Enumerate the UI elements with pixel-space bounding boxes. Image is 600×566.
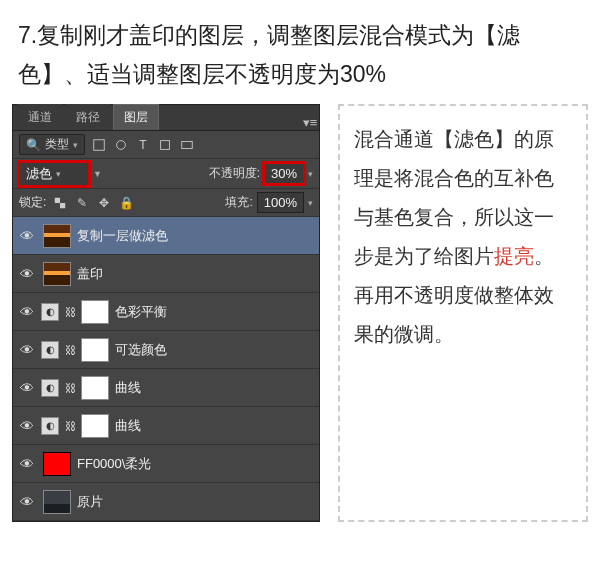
visibility-eye-icon[interactable]: 👁 bbox=[17, 494, 37, 510]
layer-row[interactable]: 👁 ◐ ⛓ 曲线 bbox=[13, 407, 319, 445]
adjustment-icon: ◐ bbox=[41, 341, 59, 359]
layer-name: 盖印 bbox=[77, 265, 103, 283]
step-title: 7.复制刚才盖印的图层，调整图层混合模式为【滤色】、适当调整图层不透明度为30% bbox=[18, 16, 582, 94]
lock-transparency-icon[interactable] bbox=[52, 195, 68, 211]
visibility-eye-icon[interactable]: 👁 bbox=[17, 304, 37, 320]
filter-smart-icon[interactable] bbox=[179, 137, 195, 153]
mask-thumbnail bbox=[81, 338, 109, 362]
link-mask-icon: ⛓ bbox=[63, 306, 77, 318]
filter-kind-label: 类型 bbox=[45, 136, 69, 153]
filter-kind-select[interactable]: 🔍 类型 ▾ bbox=[19, 134, 85, 155]
panel-tabs: 通道 路径 图层 ▾≡ bbox=[13, 105, 319, 131]
explain-highlight: 提亮 bbox=[494, 245, 534, 267]
layer-row[interactable]: 👁 原片 bbox=[13, 483, 319, 521]
panel-menu-icon[interactable]: ▾≡ bbox=[301, 115, 319, 130]
layer-thumbnail bbox=[43, 490, 71, 514]
chevron-down-icon: ▾ bbox=[308, 169, 313, 179]
adjustment-icon: ◐ bbox=[41, 417, 59, 435]
layer-thumbnail bbox=[43, 262, 71, 286]
svg-point-1 bbox=[117, 140, 126, 149]
link-mask-icon: ⛓ bbox=[63, 420, 77, 432]
blend-row: 滤色 ▾ ▼ 不透明度: 30% ▾ bbox=[13, 159, 319, 189]
visibility-eye-icon[interactable]: 👁 bbox=[17, 266, 37, 282]
lock-row: 锁定: ✎ ✥ 🔒 填充: 100% ▾ bbox=[13, 189, 319, 217]
layers-panel: 通道 路径 图层 ▾≡ 🔍 类型 ▾ T 滤色 ▾ ▼ 不透明 bbox=[12, 104, 320, 522]
lock-label: 锁定: bbox=[19, 194, 46, 211]
layer-filter-row: 🔍 类型 ▾ T bbox=[13, 131, 319, 159]
visibility-eye-icon[interactable]: 👁 bbox=[17, 418, 37, 434]
visibility-eye-icon[interactable]: 👁 bbox=[17, 228, 37, 244]
opacity-value-input[interactable]: 30% bbox=[264, 163, 304, 184]
visibility-eye-icon[interactable]: 👁 bbox=[17, 456, 37, 472]
layer-row[interactable]: 👁 盖印 bbox=[13, 255, 319, 293]
adjustment-icon: ◐ bbox=[41, 303, 59, 321]
blend-mode-value: 滤色 bbox=[26, 165, 52, 183]
layer-row[interactable]: 👁 ◐ ⛓ 色彩平衡 bbox=[13, 293, 319, 331]
layer-thumbnail bbox=[43, 452, 71, 476]
filter-shape-icon[interactable] bbox=[157, 137, 173, 153]
explanation-box: 混合通道【滤色】的原理是将混合色的互补色与基色复合，所以这一步是为了给图片提亮。… bbox=[338, 104, 588, 522]
visibility-eye-icon[interactable]: 👁 bbox=[17, 342, 37, 358]
mask-thumbnail bbox=[81, 376, 109, 400]
layer-name: 复制一层做滤色 bbox=[77, 227, 168, 245]
fill-value: 100% bbox=[264, 195, 297, 210]
mask-thumbnail bbox=[81, 300, 109, 324]
layer-row[interactable]: 👁 复制一层做滤色 bbox=[13, 217, 319, 255]
lock-pixels-icon[interactable]: ✎ bbox=[74, 195, 90, 211]
layer-name: 原片 bbox=[77, 493, 103, 511]
layer-row[interactable]: 👁 FF0000\柔光 bbox=[13, 445, 319, 483]
chevron-down-icon: ▾ bbox=[56, 169, 61, 179]
layer-name: 可选颜色 bbox=[115, 341, 167, 359]
tab-layers[interactable]: 图层 bbox=[113, 104, 159, 130]
link-mask-icon: ⛓ bbox=[63, 344, 77, 356]
layer-row[interactable]: 👁 ◐ ⛓ 曲线 bbox=[13, 369, 319, 407]
mask-thumbnail bbox=[81, 414, 109, 438]
explanation-text: 混合通道【滤色】的原理是将混合色的互补色与基色复合，所以这一步是为了给图片提亮。… bbox=[354, 120, 572, 354]
chevron-down-icon: ▼ bbox=[93, 169, 102, 179]
svg-rect-5 bbox=[60, 203, 65, 208]
lock-position-icon[interactable]: ✥ bbox=[96, 195, 112, 211]
fill-value-input[interactable]: 100% bbox=[257, 192, 304, 213]
blend-mode-select[interactable]: 滤色 ▾ bbox=[19, 162, 89, 186]
layer-name: FF0000\柔光 bbox=[77, 455, 151, 473]
svg-rect-3 bbox=[182, 141, 193, 148]
filter-pixel-icon[interactable] bbox=[91, 137, 107, 153]
svg-rect-0 bbox=[94, 139, 105, 150]
opacity-value: 30% bbox=[271, 166, 297, 181]
filter-type-icon[interactable]: T bbox=[135, 137, 151, 153]
layer-name: 色彩平衡 bbox=[115, 303, 167, 321]
lock-all-icon[interactable]: 🔒 bbox=[118, 195, 134, 211]
layer-thumbnail bbox=[43, 224, 71, 248]
opacity-label: 不透明度: bbox=[209, 165, 260, 182]
filter-adjust-icon[interactable] bbox=[113, 137, 129, 153]
svg-rect-4 bbox=[55, 197, 60, 202]
layer-row[interactable]: 👁 ◐ ⛓ 可选颜色 bbox=[13, 331, 319, 369]
tab-paths[interactable]: 路径 bbox=[65, 104, 111, 130]
layer-name: 曲线 bbox=[115, 417, 141, 435]
svg-rect-2 bbox=[161, 140, 170, 149]
layer-name: 曲线 bbox=[115, 379, 141, 397]
fill-label: 填充: bbox=[225, 194, 252, 211]
adjustment-icon: ◐ bbox=[41, 379, 59, 397]
chevron-down-icon: ▾ bbox=[73, 140, 78, 150]
link-mask-icon: ⛓ bbox=[63, 382, 77, 394]
chevron-down-icon: ▾ bbox=[308, 198, 313, 208]
search-icon: 🔍 bbox=[26, 138, 41, 152]
tab-channels[interactable]: 通道 bbox=[17, 104, 63, 130]
visibility-eye-icon[interactable]: 👁 bbox=[17, 380, 37, 396]
